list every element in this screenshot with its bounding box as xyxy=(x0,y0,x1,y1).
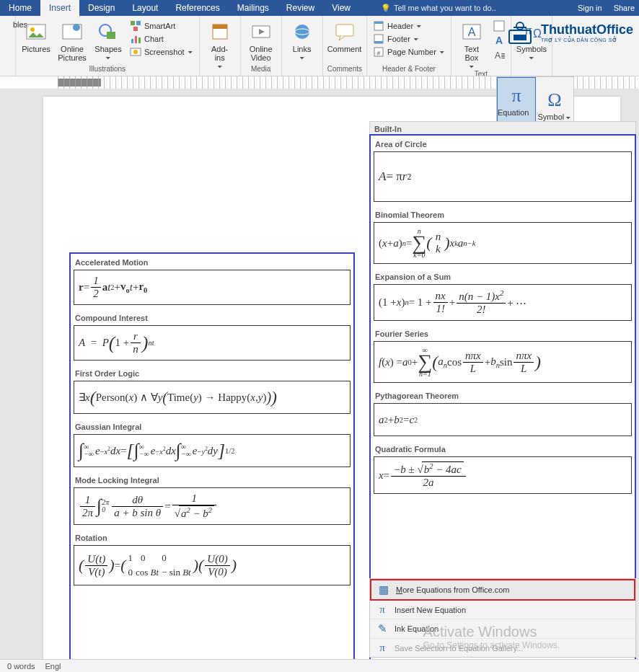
equation-preview[interactable]: 12π∫2π0 dθa + b sin θ = 1√a2 − b2 xyxy=(74,487,351,525)
word-count[interactable]: 0 words xyxy=(7,662,35,671)
group-text: Text xyxy=(456,70,506,76)
save-to-gallery: πSave Selection to Equation Gallery... xyxy=(370,639,635,657)
tab-design[interactable]: Design xyxy=(79,0,123,16)
shapes-button[interactable]: Shapes xyxy=(92,20,124,61)
omega-icon: Ω xyxy=(547,89,561,111)
tab-insert[interactable]: Insert xyxy=(40,0,79,16)
save-icon: π xyxy=(376,642,389,654)
equation-preview[interactable]: f(x) = a0 + ∞∑n=1 (an cos nπxL + bn sin … xyxy=(374,341,632,383)
footer-button[interactable]: Footer xyxy=(371,33,446,45)
tab-mailings[interactable]: Mailings xyxy=(229,0,278,16)
svg-point-35 xyxy=(516,22,524,30)
equation-title: Compound Interest xyxy=(71,309,353,324)
share-button[interactable]: Share xyxy=(611,4,635,12)
equation-menu-commands: ▦More Equations from Office.com πInsert … xyxy=(369,578,636,658)
ribbon-tabs: Home Insert Design Layout References Mai… xyxy=(0,0,639,16)
group-comments: Comments xyxy=(327,65,362,74)
comment-icon xyxy=(333,20,356,43)
comment-button[interactable]: Comment xyxy=(327,20,362,53)
svg-rect-11 xyxy=(135,36,137,43)
video-icon xyxy=(250,20,273,43)
equation-preview[interactable]: a2 + b2 = c2 xyxy=(374,403,632,436)
links-button[interactable]: Links xyxy=(286,20,318,61)
textbox-icon: A xyxy=(460,20,483,43)
addins-icon xyxy=(208,20,232,43)
group-media: Media xyxy=(245,65,277,74)
tell-me-search[interactable]: Tell me what you want to do.. xyxy=(381,0,496,16)
tab-layout[interactable]: Layout xyxy=(123,0,167,16)
group-header-footer: Header & Footer xyxy=(371,65,446,74)
textbox-button[interactable]: AText Box xyxy=(456,20,488,70)
ribbon-insert: bles Pictures Online Pictures Shapes Sma… xyxy=(0,16,639,76)
equation-preview[interactable]: r = 12at2 + vot + r0 xyxy=(74,270,351,305)
pictures-icon xyxy=(25,20,48,43)
svg-text:A: A xyxy=(495,35,503,46)
equation-preview[interactable]: ∫∞−∞e−x2dx = [∫∞−∞e−x2dx ∫∞−∞e−y2dy]1/2 xyxy=(74,434,351,467)
svg-rect-16 xyxy=(213,25,227,29)
screenshot-icon xyxy=(130,46,141,58)
chart-icon xyxy=(130,33,141,45)
tab-view[interactable]: View xyxy=(323,0,359,16)
equation-title: Pythagorean Theorem xyxy=(371,387,635,402)
ink-icon: ✎ xyxy=(376,622,389,635)
equation-title: Rotation xyxy=(71,529,353,544)
office-icon: ▦ xyxy=(377,583,390,596)
svg-rect-9 xyxy=(133,27,138,31)
equation-title: Quadratic Formula xyxy=(371,441,635,455)
shapes-icon xyxy=(97,20,120,43)
equation-title: Binomial Theorem xyxy=(371,206,635,221)
svg-rect-37 xyxy=(514,35,526,40)
equation-preview[interactable]: (1 + x)n = 1 + nx1! + n(n − 1)x22! + ⋯ xyxy=(374,284,632,321)
equation-preview[interactable]: A = πr2 xyxy=(374,151,632,202)
equation-preview[interactable]: (U(t)V(t)) = (1000cos Bt− sin Bt)(U(0)V(… xyxy=(74,545,351,585)
chart-button[interactable]: Chart xyxy=(128,33,195,45)
svg-text:A≣: A≣ xyxy=(495,50,505,61)
equation-title: Expansion of a Sum xyxy=(371,268,635,283)
svg-point-14 xyxy=(133,50,138,54)
ink-equation[interactable]: ✎Ink Equation xyxy=(370,619,635,639)
svg-rect-24 xyxy=(374,41,383,43)
tab-review[interactable]: Review xyxy=(278,0,323,16)
text-misc-3[interactable]: A≣ xyxy=(492,49,506,61)
equation-title: Area of Circle xyxy=(371,136,635,150)
equation-title: Fourier Series xyxy=(371,325,635,340)
svg-rect-7 xyxy=(131,21,135,25)
svg-rect-22 xyxy=(374,22,383,24)
page-number-button[interactable]: #Page Number xyxy=(371,46,446,58)
screenshot-button[interactable]: Screenshot xyxy=(128,46,195,58)
sign-in-button[interactable]: Sign in xyxy=(578,4,602,12)
language-status[interactable]: Engl xyxy=(45,662,61,671)
svg-rect-29 xyxy=(494,21,504,31)
svg-rect-6 xyxy=(107,32,115,39)
insert-new-equation[interactable]: πInsert New Equation xyxy=(370,601,635,619)
online-video-button[interactable]: Online Video xyxy=(245,20,277,62)
svg-rect-20 xyxy=(336,25,353,36)
equation-title: Gaussian Integral xyxy=(71,418,353,433)
tab-home[interactable]: Home xyxy=(0,0,40,16)
addins-button[interactable]: Add- ins xyxy=(204,20,236,70)
smartart-icon xyxy=(130,20,141,32)
equation-title: First Order Logic xyxy=(71,365,353,379)
footer-icon xyxy=(373,33,384,45)
smartart-button[interactable]: SmartArt xyxy=(128,20,195,32)
online-pictures-icon xyxy=(61,20,84,43)
pi-icon: π xyxy=(511,85,521,107)
svg-text:#: # xyxy=(377,50,381,56)
svg-text:A: A xyxy=(468,26,476,38)
svg-point-4 xyxy=(73,24,80,31)
online-pictures-button[interactable]: Online Pictures xyxy=(56,20,88,62)
equation-preview[interactable]: ∃x (Person(x) ∧ ∀y(Time(y) → Happy(x,y))… xyxy=(74,381,351,414)
equation-preview[interactable]: x = −b ± √b2 − 4ac2a xyxy=(374,456,632,494)
svg-rect-10 xyxy=(131,39,133,43)
header-icon xyxy=(373,20,384,32)
svg-rect-12 xyxy=(138,37,141,43)
pagenum-icon: # xyxy=(373,46,384,58)
pictures-button[interactable]: Pictures xyxy=(20,20,52,53)
more-equations-office[interactable]: ▦More Equations from Office.com xyxy=(370,579,635,601)
tab-references[interactable]: References xyxy=(167,0,228,16)
builtin-equations-left: Accelerated Motionr = 12at2 + vot + r0Co… xyxy=(69,252,355,663)
equation-preview[interactable]: (x + a)n = n∑k=0 (nk) xkan−k xyxy=(374,222,632,264)
header-button[interactable]: Header xyxy=(371,20,446,32)
svg-point-2 xyxy=(30,27,35,32)
equation-preview[interactable]: A = P(1 + rn)nt xyxy=(74,325,351,361)
